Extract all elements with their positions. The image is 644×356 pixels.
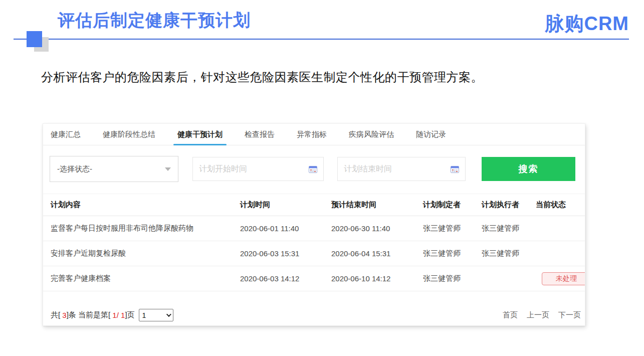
count-suffix: ]页 (125, 310, 134, 320)
pager-links: 首页 上一页 下一页 (503, 310, 581, 320)
page-select-value: 1 (142, 311, 146, 319)
plan-executor: 张三健管师 (482, 224, 536, 233)
slide-description: 分析评估客户的危险因素后，针对这些危险因素医生制定个性化的干预管理方案。 (41, 69, 483, 85)
table-row[interactable]: 安排客户近期复检尿酸 2020-06-03 15:31 2020-06-04 1… (43, 241, 585, 266)
col-header-plan-content: 计划内容 (51, 200, 240, 210)
col-header-expected-end-time: 预计结束时间 (331, 200, 423, 210)
expected-end-time: 2020-06-10 14:12 (331, 274, 423, 283)
calendar-icon[interactable] (451, 165, 459, 173)
calendar-icon[interactable] (309, 165, 317, 173)
plan-time: 2020-06-03 14:12 (240, 274, 331, 283)
col-header-plan-executor: 计划执行者 (482, 200, 536, 210)
pagination-bar: 共[ 3]条 当前是第[ 1/ 1]页 1 首页 上一页 下一页 (43, 304, 585, 326)
total-pages: 1 (119, 311, 125, 319)
tab-health-summary[interactable]: 健康汇总 (51, 124, 81, 145)
chevron-down-icon (166, 312, 171, 317)
tab-bar: 健康汇总 健康阶段性总结 健康干预计划 检查报告 异常指标 疾病风险评估 随访记… (43, 124, 585, 145)
prev-page-link[interactable]: 上一页 (527, 310, 549, 320)
plan-creator: 张三健管师 (423, 274, 482, 283)
plan-creator: 张三健管师 (423, 249, 482, 258)
first-page-link[interactable]: 首页 (503, 310, 518, 320)
col-header-plan-time: 计划时间 (240, 200, 331, 210)
expected-end-time: 2020-06-30 11:40 (331, 224, 423, 233)
table-row[interactable]: 监督客户每日按时服用非布司他降尿酸药物 2020-06-01 11:40 202… (43, 216, 585, 241)
plan-end-date-field[interactable] (337, 157, 466, 181)
count-prefix: 共[ (51, 310, 62, 320)
health-plan-panel: 健康汇总 健康阶段性总结 健康干预计划 检查报告 异常指标 疾病风险评估 随访记… (43, 123, 585, 326)
next-page-link[interactable]: 下一页 (558, 310, 581, 320)
page-title: 评估后制定健康干预计划 (58, 9, 251, 32)
record-count-text: 共[ 3]条 当前是第[ 1/ 1]页 (51, 310, 135, 320)
expected-end-time: 2020-06-04 15:31 (331, 249, 423, 258)
tab-followup-records[interactable]: 随访记录 (416, 124, 446, 145)
plan-content: 完善客户健康档案 (51, 274, 240, 283)
plan-end-date-input[interactable] (344, 164, 451, 173)
count-mid: ]条 当前是第[ (67, 310, 113, 320)
total-items: 3 (62, 311, 66, 319)
header-divider (14, 39, 629, 40)
table-row[interactable]: 完善客户健康档案 2020-06-03 14:12 2020-06-10 14:… (43, 266, 585, 291)
status-select-value: -选择状态- (57, 164, 92, 174)
plan-time: 2020-06-03 15:31 (240, 249, 331, 258)
plan-content: 监督客户每日按时服用非布司他降尿酸药物 (51, 224, 240, 233)
current-status: 未处理 (536, 272, 585, 285)
status-badge: 未处理 (542, 272, 585, 285)
tab-health-intervention-plan[interactable]: 健康干预计划 (177, 124, 223, 145)
plan-time: 2020-06-01 11:40 (240, 224, 331, 233)
plan-start-date-field[interactable] (192, 157, 324, 181)
tab-disease-risk-assessment[interactable]: 疾病风险评估 (349, 124, 394, 145)
decoration-blue-square (27, 31, 42, 47)
slide: 评估后制定健康干预计划 脉购CRM 分析评估客户的危险因素后，针对这些危险因素医… (0, 0, 644, 356)
brand-logo: 脉购CRM (545, 11, 629, 37)
col-header-current-status: 当前状态 (536, 200, 585, 210)
current-page: 1/ (112, 311, 119, 319)
table-header-row: 计划内容 计划时间 预计结束时间 计划制定者 计划执行者 当前状态 (43, 194, 585, 216)
tab-abnormal-indicators[interactable]: 异常指标 (297, 124, 327, 145)
status-select[interactable]: -选择状态- (50, 156, 178, 182)
plan-creator: 张三健管师 (423, 224, 482, 233)
plan-content: 安排客户近期复检尿酸 (51, 249, 240, 258)
col-header-plan-creator: 计划制定者 (423, 200, 482, 210)
search-button[interactable]: 搜索 (482, 157, 575, 181)
plan-executor: 张三健管师 (482, 249, 536, 258)
page-select[interactable]: 1 (139, 309, 173, 321)
chevron-down-icon (165, 167, 171, 171)
plan-start-date-input[interactable] (199, 164, 309, 173)
tab-health-stage-summary[interactable]: 健康阶段性总结 (103, 124, 155, 145)
tab-exam-report[interactable]: 检查报告 (245, 124, 275, 145)
